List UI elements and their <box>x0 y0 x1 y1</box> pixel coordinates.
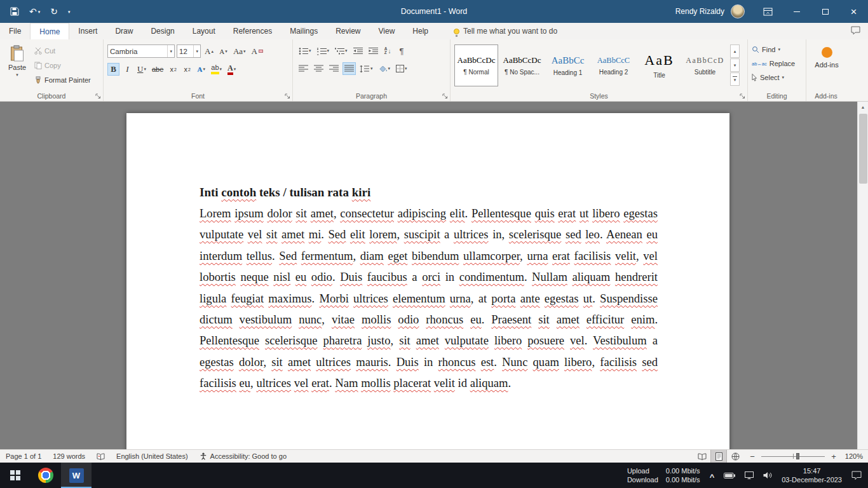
line-spacing-button[interactable]: ▾ <box>358 62 375 75</box>
tab-file[interactable]: File <box>0 23 30 39</box>
shrink-font-button[interactable]: A▾ <box>217 45 229 58</box>
styles-scroll-up-button[interactable]: ▴ <box>730 44 740 58</box>
paste-button[interactable]: Paste ▾ <box>4 43 31 86</box>
tell-me-box[interactable]: Tell me what you want to do <box>454 23 557 39</box>
tab-mailings[interactable]: Mailings <box>281 23 327 39</box>
tab-help[interactable]: Help <box>403 23 437 39</box>
spelling-check-button[interactable] <box>91 450 111 463</box>
tab-references[interactable]: References <box>224 23 281 39</box>
justify-button[interactable] <box>342 62 356 75</box>
font-color-button[interactable]: A▾ <box>226 63 238 76</box>
page-indicator[interactable]: Page 1 of 1 <box>0 450 47 463</box>
shading-button[interactable]: ▾ <box>377 62 393 75</box>
language-indicator[interactable]: English (United States) <box>111 450 194 463</box>
clipboard-dialog-launcher[interactable] <box>95 93 101 99</box>
format-painter-button[interactable]: Format Painter <box>34 74 91 86</box>
redo-button[interactable]: ↻ <box>50 7 58 16</box>
change-case-button[interactable]: Aa▾ <box>231 45 248 58</box>
start-button[interactable] <box>0 463 31 488</box>
add-ins-button[interactable]: Add-ins <box>810 43 843 69</box>
cut-button[interactable]: Cut <box>34 44 91 57</box>
document-paragraph[interactable]: Lorem ipsum dolor sit amet, consectetur … <box>200 203 658 394</box>
font-name-select[interactable]: Cambria▾ <box>107 44 175 58</box>
italic-button[interactable]: I <box>121 63 133 76</box>
tab-layout[interactable]: Layout <box>184 23 224 39</box>
increase-indent-button[interactable] <box>367 44 380 57</box>
maximize-button[interactable] <box>811 0 839 23</box>
align-right-button[interactable] <box>327 62 341 75</box>
show-formatting-marks-button[interactable]: ¶ <box>396 44 408 57</box>
zoom-in-button[interactable]: + <box>830 452 837 461</box>
tab-draw[interactable]: Draw <box>106 23 142 39</box>
zoom-out-button[interactable]: − <box>749 452 756 461</box>
highlight-color-button[interactable]: ab▾ <box>209 63 224 76</box>
sort-button[interactable]: AZ↓ <box>382 44 394 57</box>
undo-button[interactable]: ↶▾ <box>29 7 40 16</box>
show-hidden-icons-button[interactable]: ^ <box>710 473 715 481</box>
align-left-button[interactable] <box>297 62 310 75</box>
comments-button[interactable] <box>851 26 860 37</box>
close-button[interactable]: × <box>839 0 868 23</box>
read-mode-button[interactable] <box>694 450 710 463</box>
network-speed-widget[interactable]: Upload0.00 Mbit/s Download0.00 Mbit/s <box>627 466 700 484</box>
style-no-spacing[interactable]: AaBbCcDc¶ No Spac... <box>500 44 544 86</box>
style-heading-1[interactable]: AaBbCcHeading 1 <box>546 44 590 86</box>
tab-design[interactable]: Design <box>142 23 183 39</box>
scroll-up-arrow[interactable]: ▲ <box>858 102 868 112</box>
font-dialog-launcher[interactable] <box>285 93 290 99</box>
user-avatar[interactable] <box>731 4 745 18</box>
style-normal[interactable]: AaBbCcDc¶ Normal <box>454 44 498 86</box>
volume-icon[interactable] <box>763 471 772 479</box>
tab-view[interactable]: View <box>370 23 404 39</box>
grow-font-button[interactable]: A▴ <box>203 45 215 58</box>
tab-home[interactable]: Home <box>30 23 69 39</box>
document-page[interactable]: Inti contoh teks / tulisan rata kiri Lor… <box>126 113 729 449</box>
style-title[interactable]: AaBTitle <box>637 44 681 86</box>
tab-review[interactable]: Review <box>327 23 369 39</box>
battery-icon[interactable] <box>724 473 735 478</box>
font-size-select[interactable]: 12▾ <box>177 44 201 58</box>
style-heading-2[interactable]: AaBbCcCHeading 2 <box>592 44 635 86</box>
style-subtitle[interactable]: AaBbCcDSubtitle <box>683 44 727 86</box>
document-heading[interactable]: Inti contoh teks / tulisan rata kiri <box>200 182 658 203</box>
copy-button[interactable]: Copy <box>34 59 91 71</box>
vertical-scrollbar[interactable]: ▲ <box>857 102 868 449</box>
numbering-button[interactable]: ▾ <box>315 44 332 57</box>
zoom-level[interactable]: 120% <box>843 452 863 460</box>
customize-qat-button[interactable]: ▾ <box>68 10 71 14</box>
styles-dialog-launcher[interactable] <box>740 93 745 99</box>
save-button[interactable] <box>10 7 19 16</box>
scrollbar-thumb[interactable] <box>859 114 867 184</box>
chrome-taskbar-button[interactable] <box>31 463 61 488</box>
find-button[interactable]: Find▾ <box>752 43 803 57</box>
superscript-button[interactable]: x2 <box>181 63 193 76</box>
zoom-slider[interactable] <box>761 452 825 460</box>
zoom-slider-thumb[interactable] <box>796 453 799 459</box>
decrease-indent-button[interactable] <box>351 44 365 57</box>
ribbon-display-options-button[interactable] <box>754 0 782 23</box>
bold-button[interactable]: B <box>107 63 119 76</box>
align-center-button[interactable] <box>312 62 325 75</box>
account-name[interactable]: Rendy Rizaldy <box>675 7 724 16</box>
word-taskbar-button[interactable]: W <box>61 463 92 488</box>
web-layout-button[interactable] <box>727 450 743 463</box>
replace-button[interactable]: ab↔acReplace <box>752 57 803 71</box>
accessibility-checker[interactable]: Accessibility: Good to go <box>194 450 292 463</box>
minimize-button[interactable] <box>782 0 811 23</box>
tab-insert[interactable]: Insert <box>69 23 106 39</box>
multilevel-list-button[interactable]: ▾ <box>333 44 349 57</box>
strikethrough-button[interactable]: abe <box>150 63 165 76</box>
print-layout-button[interactable] <box>710 450 727 463</box>
bullets-button[interactable]: ▾ <box>297 44 313 57</box>
clock[interactable]: 15:47 03-December-2023 <box>782 466 842 484</box>
paragraph-dialog-launcher[interactable] <box>442 93 448 99</box>
action-center-button[interactable] <box>851 471 862 480</box>
select-button[interactable]: Select▾ <box>752 71 803 85</box>
styles-scroll-down-button[interactable]: ▾ <box>730 58 740 72</box>
clear-formatting-button[interactable]: A <box>250 45 265 58</box>
text-effects-button[interactable]: A▾ <box>195 63 207 76</box>
borders-button[interactable]: ▾ <box>394 62 409 75</box>
underline-button[interactable]: U▾ <box>135 63 148 76</box>
word-count[interactable]: 129 words <box>47 450 91 463</box>
subscript-button[interactable]: x2 <box>167 63 179 76</box>
